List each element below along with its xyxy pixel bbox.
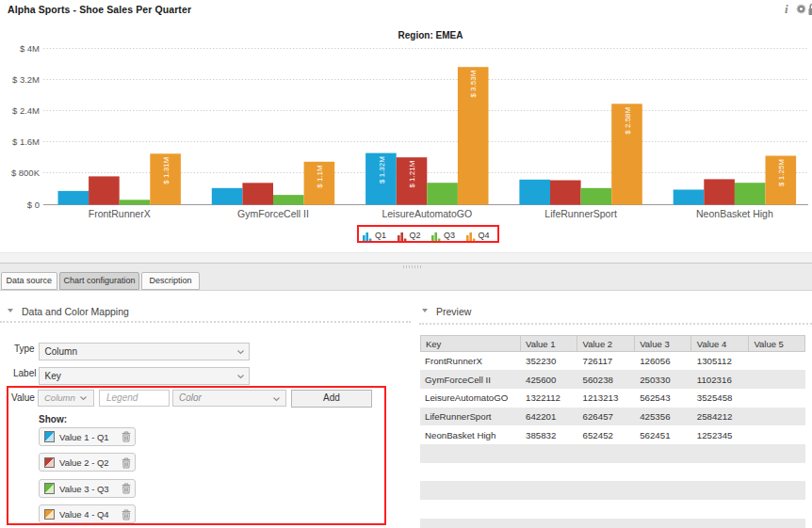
svg-text:LifeRunnerSport: LifeRunnerSport [544,208,617,219]
svg-text:$ 2.58M: $ 2.58M [624,106,632,134]
svg-text:$ 1.1M: $ 1.1M [316,165,324,188]
svg-text:GymForceCell II: GymForceCell II [237,208,309,219]
svg-text:FrontRunnerX: FrontRunnerX [89,208,151,219]
svg-text:$ 3.2M: $ 3.2M [12,74,40,85]
svg-text:$ 800K: $ 800K [11,168,41,178]
svg-text:$ 1.32M: $ 1.32M [378,156,386,184]
svg-text:LeisureAutomatoGO: LeisureAutomatoGO [382,208,472,219]
svg-text:$ 2.4M: $ 2.4M [12,105,40,116]
svg-text:NeonBasket High: NeonBasket High [696,208,773,219]
svg-text:$ 1.31M: $ 1.31M [162,156,171,184]
svg-text:$ 1.25M: $ 1.25M [777,159,786,186]
svg-text:$ 1.6M: $ 1.6M [12,136,40,147]
svg-text:$ 4M: $ 4M [20,43,40,54]
svg-text:Region: EMEA: Region: EMEA [398,30,463,40]
svg-text:$ 0: $ 0 [27,200,40,210]
svg-text:$ 3.53M: $ 3.53M [470,70,479,97]
svg-text:$ 1.21M: $ 1.21M [408,160,416,187]
